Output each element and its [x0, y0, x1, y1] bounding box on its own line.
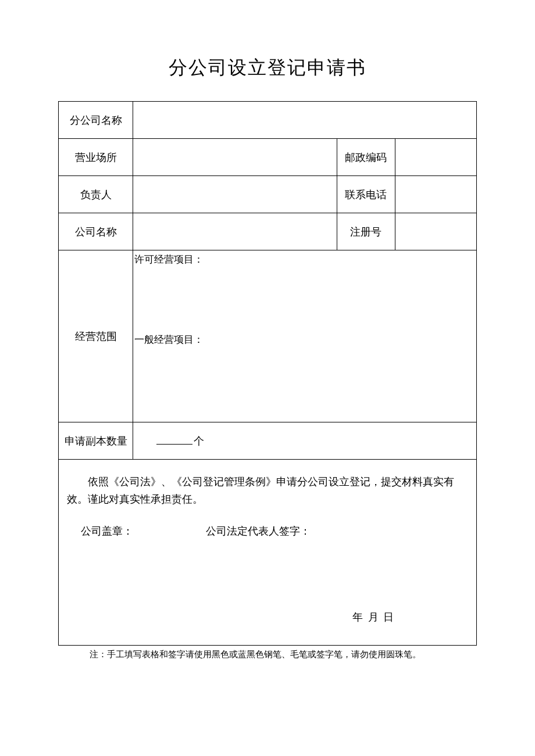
- label-branch-name: 分公司名称: [59, 102, 133, 139]
- value-qty[interactable]: 个: [133, 422, 477, 460]
- declaration-text: 依照《公司法》、《公司登记管理条例》申请分公司设立登记，提交材料真实有效。谨此对…: [67, 474, 468, 508]
- value-company[interactable]: [133, 213, 337, 250]
- legal-rep-sign-label: 公司法定代表人签字：: [206, 524, 311, 538]
- page-title: 分公司设立登记申请书: [58, 55, 477, 81]
- value-person[interactable]: [133, 176, 337, 213]
- value-branch-name[interactable]: [133, 102, 477, 139]
- value-regno[interactable]: [395, 213, 476, 250]
- row-branch-name: 分公司名称: [59, 102, 477, 139]
- value-address[interactable]: [133, 139, 337, 176]
- label-company: 公司名称: [59, 213, 133, 250]
- scope-licensed: 许可经营项目：: [134, 253, 475, 333]
- label-postcode: 邮政编码: [337, 139, 395, 176]
- label-address: 营业场所: [59, 139, 133, 176]
- qty-blank[interactable]: [156, 444, 192, 445]
- signature-row: 公司盖章： 公司法定代表人签字：: [67, 524, 468, 538]
- footnote: 注：手工填写表格和签字请使用黑色或蓝黑色钢笔、毛笔或签字笔，请勿使用圆珠笔。: [58, 649, 477, 660]
- company-seal-label: 公司盖章：: [81, 524, 133, 538]
- declaration-cell: 依照《公司法》、《公司登记管理条例》申请分公司设立登记，提交材料真实有效。谨此对…: [59, 460, 477, 646]
- label-phone: 联系电话: [337, 176, 395, 213]
- row-scope: 经营范围 许可经营项目： 一般经营项目：: [59, 250, 477, 422]
- scope-general: 一般经营项目：: [134, 333, 475, 413]
- value-phone[interactable]: [395, 176, 476, 213]
- value-scope[interactable]: 许可经营项目： 一般经营项目：: [133, 250, 477, 422]
- label-qty: 申请副本数量: [59, 422, 133, 460]
- label-scope: 经营范围: [59, 250, 133, 422]
- row-company: 公司名称 注册号: [59, 213, 477, 250]
- application-form-table: 分公司名称 营业场所 邮政编码 负责人 联系电话 公司名称 注册号 经营范围 许…: [58, 101, 477, 646]
- row-qty: 申请副本数量 个: [59, 422, 477, 460]
- label-regno: 注册号: [337, 213, 395, 250]
- label-person: 负责人: [59, 176, 133, 213]
- value-postcode[interactable]: [395, 139, 476, 176]
- date-label: 年 月 日: [352, 610, 395, 624]
- qty-unit: 个: [194, 435, 204, 447]
- row-person: 负责人 联系电话: [59, 176, 477, 213]
- row-declaration: 依照《公司法》、《公司登记管理条例》申请分公司设立登记，提交材料真实有效。谨此对…: [59, 460, 477, 646]
- row-address: 营业场所 邮政编码: [59, 139, 477, 176]
